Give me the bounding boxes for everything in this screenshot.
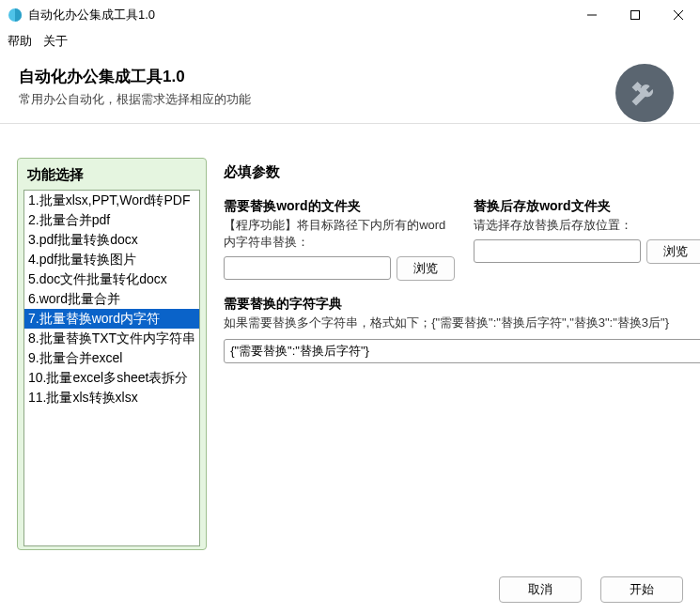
param-dict-desc: 如果需要替换多个字符串，格式如下；{"需要替换":"替换后字符","替换3":"…: [224, 315, 700, 331]
sidebar-item[interactable]: 11.批量xls转换xlsx: [24, 388, 199, 407]
sidebar-item[interactable]: 6.word批量合并: [24, 289, 199, 309]
sidebar-item[interactable]: 2.批量合并pdf: [24, 210, 199, 230]
footer: 取消 开始: [499, 576, 683, 603]
tools-icon: [615, 64, 674, 122]
param-dest-browse-button[interactable]: 浏览: [646, 239, 700, 264]
param-source: 需要替换word的文件夹 【程序功能】将目标路径下内所有的word内字符串替换：…: [224, 198, 455, 281]
param-dict: 需要替换的字符字典 如果需要替换多个字符串，格式如下；{"需要替换":"替换后字…: [224, 296, 700, 363]
header-title: 自动化办公集成工具1.0: [19, 66, 681, 87]
maximize-button[interactable]: [614, 0, 657, 30]
sidebar-item[interactable]: 5.doc文件批量转化docx: [24, 269, 199, 289]
param-dict-label: 需要替换的字符字典: [224, 296, 700, 313]
header-subtitle: 常用办公自动化，根据需求选择相应的功能: [19, 91, 681, 108]
param-source-desc: 【程序功能】将目标路径下内所有的word内字符串替换：: [224, 217, 455, 251]
menubar: 帮助 关于: [0, 30, 700, 53]
window-title: 自动化办公集成工具1.0: [28, 7, 570, 23]
param-dest-input[interactable]: [474, 239, 641, 263]
menu-help[interactable]: 帮助: [8, 33, 32, 50]
param-dest-label: 替换后存放word文件夹: [474, 198, 700, 215]
main-panel: 必填参数 需要替换word的文件夹 【程序功能】将目标路径下内所有的word内字…: [224, 158, 700, 550]
window-buttons: [570, 0, 700, 30]
start-button[interactable]: 开始: [600, 576, 683, 603]
app-icon: [8, 8, 23, 23]
minimize-button[interactable]: [570, 0, 614, 30]
param-source-input[interactable]: [224, 256, 391, 280]
close-button[interactable]: [657, 0, 700, 30]
param-dict-input[interactable]: [224, 339, 700, 363]
main-title: 必填参数: [224, 163, 700, 181]
svg-rect-2: [631, 11, 640, 20]
sidebar-item[interactable]: 7.批量替换word内字符: [24, 309, 199, 329]
menu-about[interactable]: 关于: [43, 33, 68, 50]
sidebar-item[interactable]: 3.pdf批量转换docx: [24, 230, 199, 250]
sidebar: 功能选择 1.批量xlsx,PPT,Word转PDF2.批量合并pdf3.pdf…: [17, 158, 207, 550]
sidebar-item[interactable]: 1.批量xlsx,PPT,Word转PDF: [24, 191, 199, 210]
cancel-button[interactable]: 取消: [499, 576, 582, 603]
sidebar-title: 功能选择: [23, 164, 200, 190]
header: 自动化办公集成工具1.0 常用办公自动化，根据需求选择相应的功能: [0, 53, 700, 124]
sidebar-item[interactable]: 4.pdf批量转换图片: [24, 250, 199, 269]
param-source-browse-button[interactable]: 浏览: [397, 256, 455, 281]
param-source-label: 需要替换word的文件夹: [224, 198, 455, 215]
param-dest-desc: 请选择存放替换后存放位置：: [474, 217, 700, 234]
titlebar: 自动化办公集成工具1.0: [0, 0, 700, 30]
sidebar-item[interactable]: 9.批量合并excel: [24, 348, 199, 368]
sidebar-list[interactable]: 1.批量xlsx,PPT,Word转PDF2.批量合并pdf3.pdf批量转换d…: [23, 190, 200, 546]
sidebar-item[interactable]: 10.批量excel多sheet表拆分: [24, 368, 199, 388]
sidebar-item[interactable]: 8.批量替换TXT文件内字符串: [24, 329, 199, 348]
param-dest: 替换后存放word文件夹 请选择存放替换后存放位置： 浏览: [474, 198, 700, 281]
